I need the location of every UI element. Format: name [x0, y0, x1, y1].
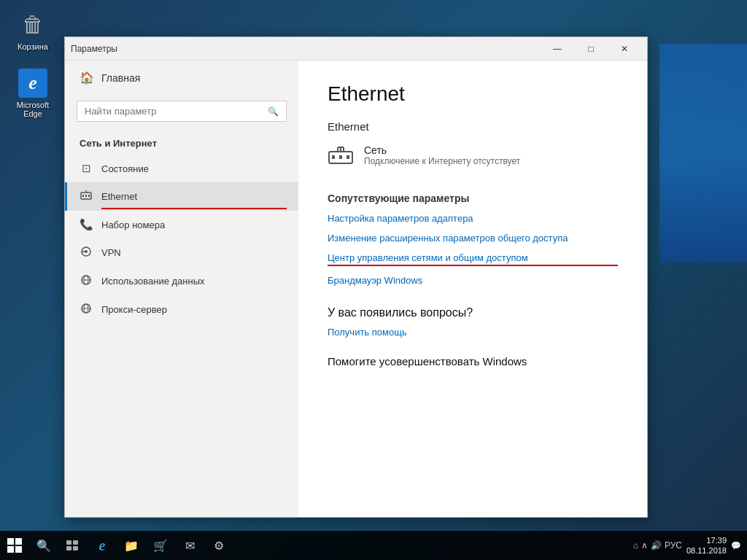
- tray-language: РУС: [665, 540, 682, 551]
- svg-rect-2: [85, 195, 87, 197]
- home-icon: 🏠: [80, 71, 94, 85]
- taskbar-edge-icon[interactable]: e: [88, 531, 117, 560]
- tray-network-icon: ⌂: [633, 540, 638, 551]
- edge-label: Microsoft Edge: [10, 101, 55, 118]
- search-icon: 🔍: [268, 106, 279, 117]
- related-params-title: Сопутствующие параметры: [328, 192, 618, 204]
- tray-chevron-icon: ∧: [641, 540, 648, 551]
- firewall-link[interactable]: Брандмауэр Windows: [328, 275, 618, 286]
- title-bar: Параметры — □ ✕: [65, 37, 647, 61]
- network-center-annotation: [328, 265, 618, 266]
- network-info: Сеть Подключение к Интернету отсутствует: [364, 144, 520, 166]
- clock-date: 08.11.2018: [686, 545, 727, 556]
- minimize-button[interactable]: —: [541, 37, 574, 61]
- sidebar-home-label: Главная: [101, 72, 140, 84]
- svg-rect-1: [82, 195, 84, 197]
- sidebar-item-state-label: Состояние: [101, 163, 149, 174]
- network-status: Сеть Подключение к Интернету отсутствует: [328, 144, 618, 171]
- taskbar-tray: ⌂ ∧ 🔊 РУС 17:39 08.11.2018 💬: [633, 535, 747, 556]
- taskbar-mail-icon[interactable]: ✉: [175, 531, 204, 560]
- data-usage-icon: [80, 274, 93, 288]
- network-name: Сеть: [364, 144, 520, 156]
- sidebar-item-ethernet-label: Ethernet: [101, 191, 137, 202]
- taskbar-search-icon[interactable]: 🔍: [29, 531, 58, 560]
- recycle-bin-icon: 🗑: [18, 10, 47, 39]
- svg-rect-16: [339, 155, 342, 159]
- network-icon: [328, 146, 354, 171]
- sidebar-home[interactable]: 🏠 Главная: [65, 61, 298, 95]
- close-button[interactable]: ✕: [608, 37, 641, 61]
- improve-section: Помогите усовершенствовать Windows: [328, 355, 618, 368]
- sidebar: 🏠 Главная 🔍 Сеть и Интернет ⊡ Состояние: [65, 61, 298, 517]
- recycle-bin-label: Корзина: [18, 42, 48, 51]
- dialup-icon: 📞: [80, 218, 93, 231]
- settings-window: Параметры — □ ✕ 🏠 Главная 🔍: [64, 36, 648, 518]
- help-link[interactable]: Получить помощь: [328, 327, 618, 338]
- sidebar-item-proxy-label: Прокси-сервер: [101, 304, 167, 315]
- edge-icon: e: [18, 69, 47, 98]
- state-icon: ⊡: [80, 162, 93, 175]
- sidebar-item-data-label: Использование данных: [101, 276, 205, 287]
- tray-icons: ⌂ ∧ 🔊 РУС: [633, 540, 682, 551]
- sidebar-item-state[interactable]: ⊡ Состояние: [65, 155, 298, 182]
- taskbar-settings-icon[interactable]: ⚙: [204, 531, 233, 560]
- svg-rect-23: [15, 546, 22, 553]
- svg-rect-24: [66, 540, 71, 545]
- desktop: 🗑 Корзина e Microsoft Edge Параметры — □…: [0, 0, 747, 560]
- sidebar-section-title: Сеть и Интернет: [65, 128, 298, 155]
- clock-time: 17:39: [706, 535, 727, 545]
- sidebar-item-data-usage[interactable]: Использование данных: [65, 267, 298, 295]
- advanced-sharing-link[interactable]: Изменение расширенных параметров общего …: [328, 233, 618, 244]
- proxy-icon: [80, 303, 93, 316]
- taskbar: 🔍 e 📁 🛒 ✉ ⚙ ⌂ ∧ 🔊 РУС 17:39 08.11.2018: [0, 531, 747, 560]
- taskbar-clock[interactable]: 17:39 08.11.2018: [686, 535, 727, 556]
- svg-rect-3: [88, 195, 90, 197]
- sidebar-item-proxy[interactable]: Прокси-сервер: [65, 295, 298, 324]
- network-description: Подключение к Интернету отсутствует: [364, 156, 520, 166]
- network-center-link[interactable]: Центр управления сетями и общим доступом: [328, 252, 618, 263]
- window-controls: — □ ✕: [541, 37, 641, 61]
- maximize-button[interactable]: □: [574, 37, 608, 61]
- window-title: Параметры: [71, 44, 541, 54]
- ethernet-subtitle: Ethernet: [328, 120, 618, 133]
- sidebar-item-ethernet[interactable]: Ethernet: [65, 182, 298, 211]
- svg-rect-15: [332, 155, 335, 159]
- tray-sound-icon: 🔊: [651, 540, 662, 551]
- tray-notification-icon: 💬: [731, 541, 741, 551]
- svg-rect-27: [73, 546, 78, 551]
- svg-rect-25: [73, 540, 78, 545]
- ethernet-annotation-underline: [101, 208, 287, 209]
- sidebar-item-dialup[interactable]: 📞 Набор номера: [65, 211, 298, 238]
- svg-rect-26: [66, 546, 71, 551]
- page-title: Ethernet: [328, 82, 618, 106]
- svg-rect-22: [7, 546, 14, 553]
- desktop-icon-edge[interactable]: e Microsoft Edge: [7, 66, 58, 121]
- taskbar-explorer-icon[interactable]: 📁: [117, 531, 146, 560]
- improve-title: Помогите усовершенствовать Windows: [328, 355, 618, 368]
- question-title: У вас появились вопросы?: [328, 306, 618, 319]
- sidebar-item-dialup-label: Набор номера: [101, 219, 165, 230]
- question-section: У вас появились вопросы? Получить помощь: [328, 306, 618, 338]
- start-button[interactable]: [0, 531, 29, 560]
- ethernet-icon: [80, 190, 93, 203]
- desktop-icon-recycle-bin[interactable]: 🗑 Корзина: [7, 7, 58, 54]
- taskbar-store-icon[interactable]: 🛒: [146, 531, 175, 560]
- sidebar-item-vpn-label: VPN: [101, 247, 121, 258]
- window-body: 🏠 Главная 🔍 Сеть и Интернет ⊡ Состояние: [65, 61, 647, 517]
- vpn-icon: [80, 246, 93, 260]
- svg-rect-21: [15, 538, 22, 545]
- taskbar-task-view[interactable]: [58, 531, 88, 560]
- desktop-decoration: [659, 44, 747, 262]
- main-content: Ethernet Ethernet: [298, 61, 647, 517]
- adapter-settings-link[interactable]: Настройка параметров адаптера: [328, 213, 618, 224]
- svg-rect-20: [7, 538, 14, 545]
- sidebar-item-vpn[interactable]: VPN: [65, 238, 298, 267]
- svg-rect-17: [347, 155, 349, 159]
- search-input[interactable]: [85, 106, 263, 117]
- svg-point-6: [85, 250, 88, 253]
- sidebar-search-container: 🔍: [77, 101, 287, 122]
